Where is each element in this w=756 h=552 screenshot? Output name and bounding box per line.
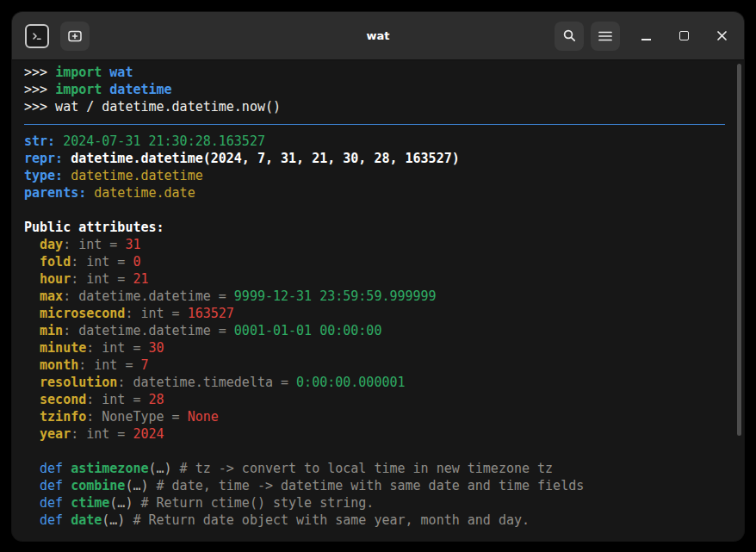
terminal-text-span: # tz -> convert to local time in new tim… <box>172 461 554 476</box>
terminal-text-span: 0:00:00.000001 <box>296 375 405 390</box>
terminal-line: max: datetime.datetime = 9999-12-31 23:5… <box>24 288 725 305</box>
terminal-line <box>24 443 725 460</box>
terminal-text-span: : datetime.datetime = <box>63 323 234 338</box>
terminal-text-span <box>24 478 40 493</box>
terminal-text-span <box>24 323 40 338</box>
terminal-line: def ctime(…) # Return ctime() style stri… <box>24 494 725 512</box>
terminal-text-span <box>24 237 40 252</box>
terminal-text-span: >>> <box>24 65 55 80</box>
terminal-text-span: parents: <box>24 185 86 201</box>
terminal-line: >>> import wat <box>24 64 725 81</box>
terminal-text-span: (…) <box>109 495 133 511</box>
terminal-line: fold: int = 0 <box>24 253 725 270</box>
terminal-text-span <box>24 392 40 407</box>
terminal-text-span <box>63 151 71 166</box>
terminal-text-span: date <box>71 512 102 528</box>
app-button <box>22 22 52 51</box>
search-icon <box>562 28 577 43</box>
terminal-text-span <box>24 375 40 390</box>
terminal-text-span: >>> <box>24 82 55 97</box>
terminal-line: type: datetime.datetime <box>24 167 725 184</box>
terminal-text-span: str: <box>24 133 55 149</box>
terminal-line: tzinfo: NoneType = None <box>24 408 725 425</box>
terminal-text-span: microsecond <box>40 306 125 321</box>
terminal-text-span <box>24 340 40 356</box>
terminal-text-span: minute <box>40 340 86 356</box>
terminal-text-span: # Return date object with same year, mon… <box>125 512 530 528</box>
terminal-text-span <box>24 409 40 425</box>
terminal-window: wat <box>12 12 744 541</box>
terminal-text-span: resolution <box>40 375 117 390</box>
menu-icon <box>598 31 612 41</box>
terminal-line: def combine(…) # date, time -> datetime … <box>24 477 725 494</box>
terminal-app-icon <box>25 24 49 48</box>
terminal-line: parents: datetime.date <box>24 184 725 202</box>
terminal-line: repr: datetime.datetime(2024, 7, 31, 21,… <box>24 150 725 167</box>
terminal-text-span: def <box>40 495 71 511</box>
terminal-text-span: : int = <box>63 237 125 252</box>
terminal-text-span: Public attributes: <box>24 220 164 235</box>
maximize-button[interactable] <box>672 24 696 48</box>
terminal-text-span: 163527 <box>188 306 234 321</box>
terminal-text-span: >>> wat / datetime.datetime.now() <box>24 99 281 115</box>
terminal-text-span: second <box>40 392 86 407</box>
terminal-line: str: 2024-07-31 21:30:28.163527 <box>24 133 725 150</box>
terminal-text-span: 7 <box>140 357 148 373</box>
terminal-line: >>> wat / datetime.datetime.now() <box>24 98 725 115</box>
terminal-text-span: 9999-12-31 23:59:59.999999 <box>234 288 437 304</box>
terminal-text-span <box>24 254 40 270</box>
menu-button[interactable] <box>591 22 620 51</box>
terminal-text-span: combine <box>71 478 125 493</box>
terminal-text-span: : NoneType = <box>86 409 187 425</box>
terminal-text-span: datetime.datetime <box>71 168 203 183</box>
terminal-text-span: wat <box>109 65 133 80</box>
terminal-output: >>> import wat>>> import datetime>>> wat… <box>24 64 725 529</box>
titlebar: wat <box>12 12 744 60</box>
terminal-text-span: year <box>40 426 71 442</box>
terminal-text-span: astimezone <box>71 461 148 476</box>
terminal-text-span: max <box>40 288 63 304</box>
terminal-line <box>24 202 725 219</box>
terminal-text-span <box>24 512 40 528</box>
terminal-text-span: : int = <box>71 254 133 270</box>
terminal-text-span <box>86 185 94 201</box>
terminal-text-span: import <box>55 82 102 97</box>
terminal-text-span: 0 <box>133 254 140 270</box>
separator-line <box>24 124 725 125</box>
terminal-text-span: def <box>40 478 71 493</box>
titlebar-right-group <box>555 22 734 51</box>
terminal-line: minute: int = 30 <box>24 339 725 357</box>
terminal-text-span <box>102 65 109 80</box>
terminal-text-span <box>24 357 40 373</box>
new-tab-button[interactable] <box>60 22 90 51</box>
terminal-text-span <box>24 271 40 287</box>
terminal-line: hour: int = 21 <box>24 270 725 288</box>
maximize-icon <box>679 31 689 40</box>
minimize-button[interactable] <box>634 24 658 48</box>
terminal-text-span: (…) <box>149 461 172 476</box>
terminal-text-span: : int = <box>71 271 133 287</box>
terminal-text-span: type: <box>24 168 63 183</box>
terminal-text-span: 31 <box>125 237 140 252</box>
terminal-text-span: : int = <box>71 426 133 442</box>
terminal-text-span: repr: <box>24 151 63 166</box>
terminal-line: day: int = 31 <box>24 236 725 253</box>
terminal-text-span <box>63 168 71 183</box>
close-button[interactable] <box>710 24 734 48</box>
terminal-text-span: ctime <box>71 495 109 511</box>
terminal-text-span: : datetime.datetime = <box>63 288 234 304</box>
terminal-text-span: month <box>40 357 78 373</box>
terminal-text-span: def <box>40 512 71 528</box>
scrollbar-thumb[interactable] <box>737 64 741 436</box>
terminal-text-span: tzinfo <box>40 409 86 425</box>
terminal-screen[interactable]: >>> import wat>>> import datetime>>> wat… <box>12 60 744 541</box>
terminal-text-span: import <box>55 65 102 80</box>
search-button[interactable] <box>555 22 584 51</box>
terminal-text-span: 21 <box>133 271 148 287</box>
terminal-line: microsecond: int = 163527 <box>24 305 725 322</box>
terminal-text-span: datetime.date <box>94 185 195 201</box>
terminal-text-span: None <box>188 409 219 425</box>
terminal-line: def astimezone(…) # tz -> convert to loc… <box>24 460 725 477</box>
terminal-text-span: 28 <box>149 392 164 407</box>
terminal-text-span: : int = <box>86 392 148 407</box>
